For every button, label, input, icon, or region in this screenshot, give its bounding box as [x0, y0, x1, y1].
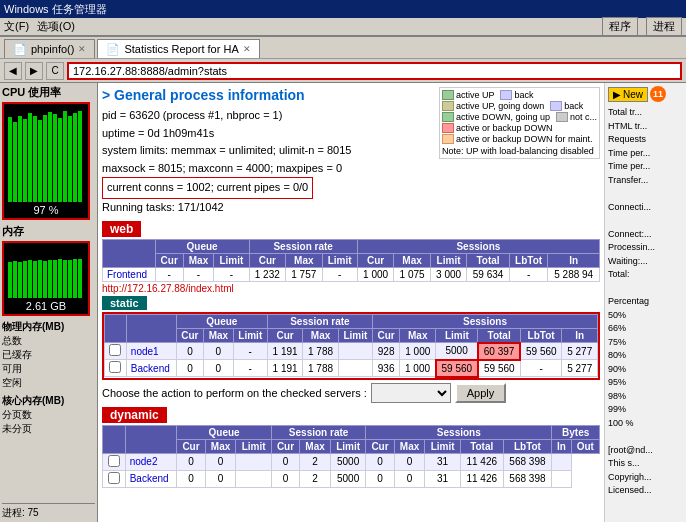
tab-stats-label: Statistics Report for HA: [124, 43, 238, 55]
address-bar: ◀ ▶ C: [0, 59, 686, 83]
menu-bar: 文(F) 选项(O) 程序 进程: [0, 18, 686, 36]
static-node1-row: node1 0 0 - 1 191 1 788 928 1 000 5000 6…: [105, 343, 598, 360]
web-section-header: web: [102, 221, 141, 237]
kernel-nonpaged-label: 未分页: [2, 423, 32, 434]
tab-phpinfo-label: phpinfo(): [31, 43, 74, 55]
backend-checkbox[interactable]: [109, 361, 121, 373]
legend-row-1: active UP back: [442, 90, 597, 100]
node1-name: node1: [126, 343, 176, 360]
kernel-mem-header: 核心内存(MB): [2, 394, 95, 408]
current-conns-text: current conns = 1002; current pipes = 0/…: [107, 181, 308, 193]
far-right-stats: Total tr... HTML tr... Requests Time per…: [608, 106, 683, 498]
node1-checkbox[interactable]: [109, 344, 121, 356]
nav-back-button[interactable]: ◀: [4, 62, 22, 80]
static-table: Queue Session rate Sessions Cur Max Limi…: [104, 314, 598, 378]
phys-mem-cached-label: 已缓存: [2, 349, 32, 360]
legend-row-4: active or backup DOWN: [442, 123, 597, 133]
web-table: Queue Session rate Sessions Cur Max Limi…: [102, 239, 600, 282]
nav-forward-button[interactable]: ▶: [25, 62, 43, 80]
dynamic-node2-row: node2 0 0 0 2 5000 0 0 31 11 426 568 398: [103, 453, 600, 470]
title-bar: Windows 任务管理器: [0, 0, 686, 18]
process-count: 进程: 75: [2, 507, 39, 518]
frontend-name: Frontend: [103, 267, 156, 281]
phys-mem-section: 物理内存(MB) 总数 已缓存 可用 空闲: [2, 320, 95, 390]
static-table-container: Queue Session rate Sessions Cur Max Limi…: [102, 312, 600, 380]
static-section-header: static: [102, 296, 147, 310]
dynamic-backend-row: Backend 0 0 0 2 5000 0 0 31 11 426 568 3…: [103, 470, 600, 487]
menu-item-options[interactable]: 选项(O): [37, 19, 75, 34]
dynamic-backend-name: Backend: [125, 470, 177, 487]
main-content: active UP back active UP, going down bac…: [98, 83, 604, 522]
node2-checkbox[interactable]: [108, 455, 120, 467]
cpu-box: 97 %: [2, 102, 90, 220]
legend-row-3: active DOWN, going up not c...: [442, 112, 597, 122]
menu-item-file[interactable]: 文(F): [4, 19, 29, 34]
action-select[interactable]: [371, 383, 451, 403]
memory-title: 内存: [2, 224, 95, 239]
count-badge: 11: [650, 86, 666, 102]
refresh-button[interactable]: C: [46, 62, 64, 80]
memory-label: 2.61 GB: [26, 300, 66, 312]
node2-name: node2: [125, 453, 177, 470]
kernel-paged-label: 分页数: [2, 409, 32, 420]
tab-bar: 📄 phpinfo() ✕ 📄 Statistics Report for HA…: [0, 37, 686, 59]
sidebar-bottom: 进程: 75: [2, 503, 95, 520]
info-maxsock: maxsock = 8015; maxconn = 4000; maxpipes…: [102, 160, 600, 178]
legend: active UP back active UP, going down bac…: [439, 87, 600, 159]
phys-mem-free-label: 空闲: [2, 377, 22, 388]
dynamic-table: Queue Session rate Sessions Bytes Cur Ma…: [102, 425, 600, 488]
sidebar: CPU 使用率 97 % 内存: [0, 83, 98, 522]
kernel-mem-section: 核心内存(MB) 分页数 未分页: [2, 394, 95, 436]
legend-note: Note: UP with load-balancing disabled: [442, 146, 597, 156]
action-row: Choose the action to perform on the chec…: [102, 383, 600, 403]
action-label: Choose the action to perform on the chec…: [102, 387, 367, 399]
tab-programs[interactable]: 程序: [602, 17, 638, 36]
web-link[interactable]: http://172.16.27.88/index.html: [102, 283, 600, 294]
new-button[interactable]: ▶ New: [608, 87, 648, 102]
legend-row-5: active or backup DOWN for maint.: [442, 134, 597, 144]
far-right-panel: ▶ New 11 Total tr... HTML tr... Requests…: [604, 83, 686, 522]
address-input[interactable]: [67, 62, 682, 80]
legend-row-2: active UP, going down back: [442, 101, 597, 111]
tab-phpinfo[interactable]: 📄 phpinfo() ✕: [4, 39, 95, 58]
static-backend-row: Backend 0 0 - 1 191 1 788 936 1 000 59 5…: [105, 360, 598, 377]
new-icon: ▶: [613, 89, 621, 100]
tab-stats-close[interactable]: ✕: [243, 44, 251, 54]
title-bar-text: Windows 任务管理器: [4, 2, 107, 17]
phys-mem-header: 物理内存(MB): [2, 320, 95, 334]
phys-mem-available-label: 可用: [2, 363, 22, 374]
current-conns-box: current conns = 1002; current pipes = 0/…: [102, 177, 313, 199]
cpu-label: 97 %: [33, 204, 58, 216]
dynamic-backend-checkbox[interactable]: [108, 472, 120, 484]
web-frontend-row: Frontend - - - 1 232 1 757 - 1 000 1 075…: [103, 267, 600, 281]
tab-stats[interactable]: 📄 Statistics Report for HA ✕: [97, 39, 259, 58]
dynamic-section-header: dynamic: [102, 407, 167, 423]
cpu-section-title: CPU 使用率: [2, 85, 95, 100]
apply-button[interactable]: Apply: [455, 383, 507, 403]
info-running: Running tasks: 171/1042: [102, 199, 600, 217]
tab-processes[interactable]: 进程: [646, 17, 682, 36]
memory-box: 2.61 GB: [2, 241, 90, 316]
tab-phpinfo-close[interactable]: ✕: [78, 44, 86, 54]
phys-mem-total-label: 总数: [2, 335, 22, 346]
backend-name: Backend: [126, 360, 176, 377]
